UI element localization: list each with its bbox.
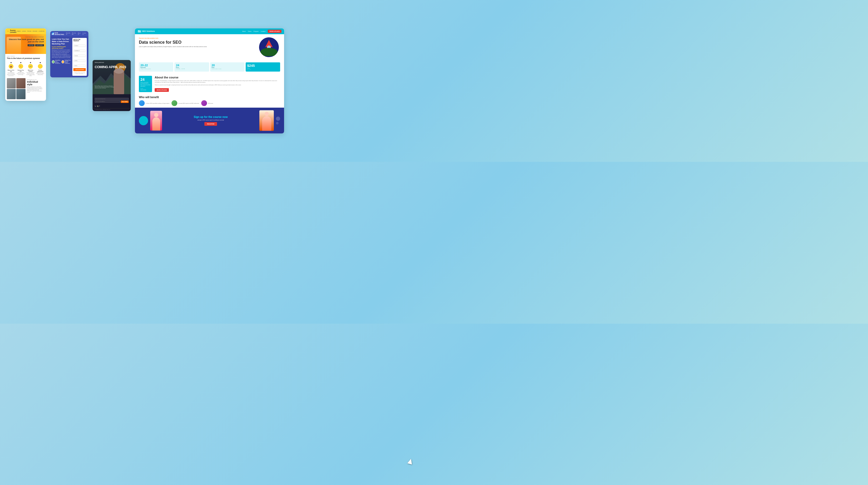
- person-image-1: [7, 78, 16, 88]
- alexa-firstname-input[interactable]: [95, 98, 129, 100]
- rocket-illustration: [259, 37, 279, 57]
- benefit-3: SEO gurus: [201, 100, 213, 106]
- persons-grid: [7, 78, 26, 99]
- signup-person-left: [150, 111, 162, 130]
- sunny-features: 👜 Measured for you Use our iOS app to sc…: [7, 61, 44, 77]
- avatar-jeremy: [52, 60, 55, 63]
- bar-right: WATCH THE WEBINAR REGISTER NOW View this…: [72, 38, 87, 76]
- sunny-nav: FRAMES LENSES PRICING REVIEWS LOCATIONS: [17, 31, 44, 32]
- seo-solutions-card: SEO Solutions About Tutors Program Locat…: [135, 28, 284, 134]
- alexa-hero: alexa peterson COMING APRIL 2023 My Trav…: [93, 60, 131, 94]
- seo-course-section: 24 Hours of practice and immersion in da…: [135, 74, 284, 94]
- seo-header: SEO Solutions About Tutors Program Locat…: [135, 28, 284, 34]
- benefit-2: Licensed SEO experts and SEO enthusiasts: [172, 100, 199, 106]
- company-input[interactable]: [73, 55, 86, 57]
- alexa-email-input[interactable]: [95, 100, 120, 103]
- seo-signup-section: Sign up for the course now and get a PDF…: [135, 108, 284, 133]
- sunny-header: ☀️ Sunny Lenses FRAMES LENSES PRICING RE…: [5, 28, 46, 34]
- signup-right: [259, 110, 280, 131]
- svg-point-12: [261, 50, 276, 56]
- signup-dot-1: [276, 117, 280, 121]
- seo-nav: About Tutors Program Location BOOK A PLA…: [242, 30, 281, 33]
- bar-marketing-card: BAR MARKETING What We Do Who We Are Abou…: [50, 31, 88, 78]
- gallery-section: DESIGNED BY YOU Individual style Whether…: [5, 78, 46, 101]
- alexa-peterson-card: alexa peterson COMING APRIL 2023 My Trav…: [93, 60, 131, 111]
- feature-perfect: ⭐ Perfect, guaranteed We guarantee your …: [36, 62, 44, 77]
- svg-point-8: [114, 68, 124, 74]
- stat-hours: 24 Hours 10:00 AM — 6:00 PM: [175, 62, 209, 71]
- alexa-coming: COMING APRIL 2023: [95, 65, 126, 69]
- email-input[interactable]: [73, 50, 86, 52]
- svg-rect-17: [271, 49, 272, 51]
- feature-measured: 👜 Measured for you Use our iOS app to sc…: [7, 62, 15, 77]
- bar-header: BAR MARKETING What We Do Who We Are Abou…: [50, 31, 88, 36]
- benefit-1: In-house SEO specialists working on larg…: [139, 100, 169, 106]
- svg-point-19: [268, 50, 270, 53]
- signup-register-button[interactable]: REGISTER: [205, 122, 217, 126]
- sunny-lenses-card: ☀️ Sunny Lenses FRAMES LENSES PRICING RE…: [5, 28, 46, 101]
- sunny-hero: CUSTOM-TAILORED EYEWEAR Glasses that loo…: [5, 34, 46, 54]
- signup-left: [139, 111, 162, 130]
- bar-logo: BAR MARKETING: [52, 32, 66, 35]
- instagram-icon[interactable]: 📸: [97, 105, 99, 107]
- svg-rect-0: [52, 34, 52, 35]
- svg-point-15: [267, 50, 271, 52]
- benefit-items: In-house SEO specialists working on larg…: [139, 100, 280, 106]
- industry-input[interactable]: [73, 65, 86, 67]
- register-now-button[interactable]: REGISTER NOW: [73, 68, 86, 71]
- designed-icon: ✏️: [19, 64, 23, 69]
- signup-person-right: [259, 110, 274, 131]
- signup-text: Sign up for the course now and get a PDF…: [166, 116, 255, 126]
- alexa-submit-button[interactable]: YES, I'M IN!: [121, 100, 129, 103]
- seo-book-button[interactable]: BOOK A PLACE: [268, 30, 281, 33]
- svg-rect-2: [53, 33, 54, 35]
- alexa-form: YES, I'M IN!: [93, 94, 131, 104]
- svg-rect-16: [266, 49, 267, 51]
- bar-people: Jeremy Avery Senior Marketing Bar Market…: [52, 60, 71, 64]
- seo-hero-right: [259, 37, 280, 57]
- svg-point-18: [268, 46, 270, 48]
- sunny-how-section: HOW IT WORKS This is the future of premi…: [5, 54, 46, 78]
- fullname-input[interactable]: [73, 45, 86, 47]
- person-image-3: [7, 89, 16, 99]
- bar-nav: What We Do Who We Are About Us Contact U…: [66, 32, 87, 35]
- course-right: About the course Every day, Google Analy…: [155, 76, 280, 92]
- jobtitle-input[interactable]: [73, 60, 86, 62]
- seo-logo: SEO Solutions: [137, 30, 155, 33]
- bar-chart-icon: [52, 32, 54, 35]
- seo-stats: 20-22 September 3 days of intense practi…: [135, 60, 284, 74]
- seo-logo-icon: [137, 30, 141, 33]
- feature-scratch: 👓 Made from scratch Each pair is crafted…: [26, 62, 34, 77]
- seo-hero-left: Discover new data analytics tools Data s…: [139, 37, 256, 48]
- sunny-hero-text: CUSTOM-TAILORED EYEWEAR Glasses that loo…: [5, 36, 44, 46]
- svg-rect-1: [53, 33, 53, 35]
- benefit-icon-1: [139, 100, 145, 106]
- book-place-button[interactable]: BOOK A PLACE: [155, 88, 169, 92]
- seo-benefit-section: Who will benefit In-house SEO specialist…: [135, 94, 284, 108]
- signup-dot-2: [276, 122, 279, 124]
- individual-style-section: DESIGNED BY YOU Individual style Whether…: [26, 78, 45, 99]
- seo-hero: Discover new data analytics tools Data s…: [135, 34, 284, 60]
- measured-icon: 👜: [9, 64, 13, 69]
- twitter-icon[interactable]: 𝕏: [95, 105, 96, 107]
- perfect-icon: ⭐: [38, 64, 42, 69]
- signup-circle-decoration: [139, 116, 148, 125]
- svg-rect-7: [114, 70, 124, 94]
- facebook-icon[interactable]: f: [99, 105, 100, 107]
- avatar-penelope: [62, 60, 64, 63]
- stat-dates: 20-22 September 3 days of intense practi…: [139, 62, 173, 71]
- sunny-logo: ☀️ Sunny Lenses: [7, 29, 17, 33]
- sun-icon: ☀️: [7, 30, 9, 32]
- shop-women-button[interactable]: SHOP WOMEN: [35, 44, 44, 46]
- shop-men-button[interactable]: SHOP MEN: [28, 44, 35, 46]
- bar-left: Learn How You Can Make a Data-Driven Mar…: [52, 38, 71, 76]
- main-container: ☀️ Sunny Lenses FRAMES LENSES PRICING RE…: [5, 28, 284, 134]
- alexa-name: alexa peterson: [95, 62, 104, 63]
- feature-designed: ✏️ Designed by you Select your style, ch…: [17, 62, 25, 77]
- course-teal-box: 24 Hours of practice and immersion in da…: [139, 76, 152, 92]
- alexa-social: 𝕏 📸 f: [93, 104, 131, 108]
- scratch-icon: 👓: [28, 64, 33, 69]
- alexa-footer: © 2023 Alexa Peterson. All Rights Reserv…: [93, 108, 131, 111]
- svg-rect-10: [138, 30, 140, 31]
- bar-person-1: Jeremy Avery Senior Marketing Bar Market…: [52, 60, 61, 64]
